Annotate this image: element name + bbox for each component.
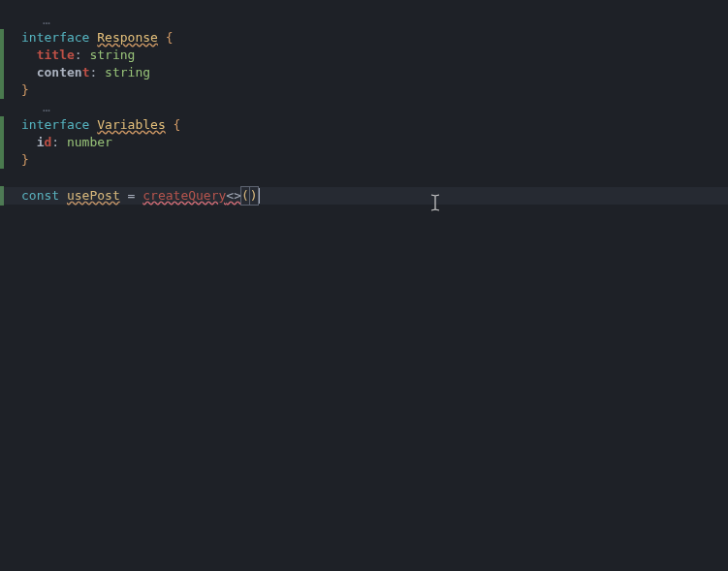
identifier-variables: Variables	[97, 116, 165, 134]
gutter-added-icon	[0, 116, 4, 134]
code-line[interactable]: title: string	[0, 47, 728, 64]
code-editor[interactable]: … interface Response { title: string con…	[0, 0, 728, 206]
type: string	[89, 47, 135, 64]
code-line[interactable]: interface Variables {	[0, 116, 728, 134]
code-line[interactable]: }	[0, 81, 728, 99]
fold-marker-line: …	[0, 99, 728, 116]
brace: {	[174, 116, 181, 134]
brace: {	[166, 29, 174, 47]
brace: }	[21, 151, 29, 169]
code-line[interactable]: id: number	[0, 134, 728, 151]
blank-line[interactable]	[0, 169, 728, 186]
type: string	[105, 64, 150, 81]
fold-marker-line: …	[0, 12, 728, 29]
paren-close: )	[249, 186, 259, 206]
keyword: interface	[21, 116, 89, 134]
gutter-added-icon	[0, 47, 4, 64]
function-call: createQuery	[142, 187, 226, 205]
property-key: title	[37, 47, 75, 64]
gutter-added-icon	[0, 64, 4, 81]
brace: }	[21, 81, 29, 99]
keyword: const	[21, 187, 59, 205]
identifier-usepost: usePost	[67, 187, 120, 205]
text-cursor	[259, 188, 260, 204]
fold-ellipsis: …	[21, 99, 50, 116]
angle-brackets: <>	[226, 187, 241, 205]
gutter-added-icon	[0, 134, 4, 151]
identifier-response: Response	[97, 29, 158, 47]
gutter-added-icon	[0, 186, 4, 206]
gutter-added-icon	[0, 81, 4, 99]
code-line-current[interactable]: const usePost = createQuery<>()	[0, 186, 728, 206]
keyword: interface	[21, 29, 89, 47]
code-line[interactable]: interface Response {	[0, 29, 728, 47]
gutter-added-icon	[0, 151, 4, 169]
code-line[interactable]: }	[0, 151, 728, 169]
gutter-added-icon	[0, 29, 4, 47]
code-line[interactable]: content: string	[0, 64, 728, 81]
fold-ellipsis: …	[21, 12, 50, 29]
type: number	[67, 134, 112, 151]
